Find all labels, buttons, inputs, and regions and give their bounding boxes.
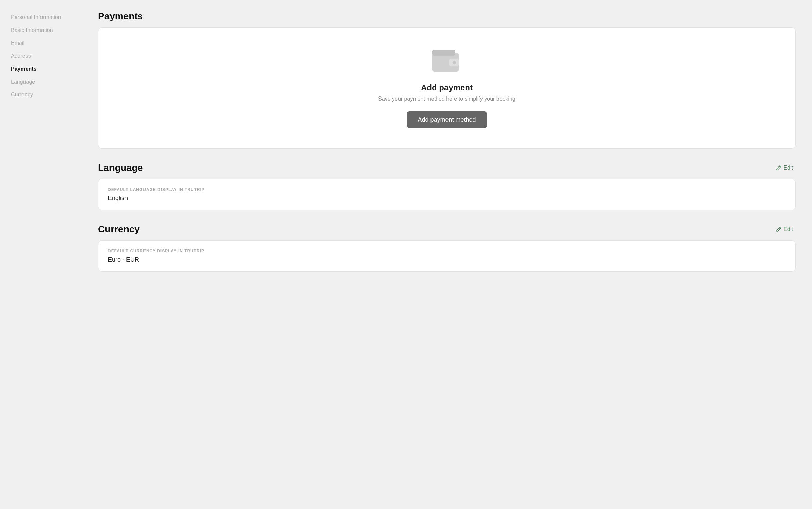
currency-field-value: Euro - EUR — [108, 256, 786, 263]
payments-empty-state: Add payment Save your payment method her… — [98, 28, 795, 148]
wallet-icon-wrapper — [432, 48, 462, 75]
sidebar-item-email[interactable]: Email — [8, 37, 73, 50]
pencil-icon — [776, 227, 781, 232]
svg-point-3 — [453, 61, 456, 64]
pencil-icon — [776, 165, 781, 171]
sidebar-item-language[interactable]: Language — [8, 75, 73, 88]
language-section: Language Edit DEFAULT LANGUAGE DISPLAY I… — [98, 162, 796, 210]
app-layout: Personal Information Basic Information E… — [0, 0, 812, 509]
sidebar: Personal Information Basic Information E… — [0, 0, 82, 509]
currency-info: DEFAULT CURRENCY DISPLAY IN TRUTRIP Euro… — [98, 241, 795, 271]
add-payment-title: Add payment — [421, 83, 473, 92]
language-section-header: Language Edit — [98, 162, 796, 173]
currency-field-label: DEFAULT CURRENCY DISPLAY IN TRUTRIP — [108, 249, 786, 253]
wallet-icon — [432, 48, 462, 73]
currency-title: Currency — [98, 224, 140, 235]
language-field-label: DEFAULT LANGUAGE DISPLAY IN TRUTRIP — [108, 187, 786, 192]
language-info: DEFAULT LANGUAGE DISPLAY IN TRUTRIP Engl… — [98, 179, 795, 210]
svg-rect-1 — [432, 50, 455, 56]
payments-section-header: Payments — [98, 11, 796, 22]
currency-section: Currency Edit DEFAULT CURRENCY DISPLAY I… — [98, 224, 796, 272]
language-card: DEFAULT LANGUAGE DISPLAY IN TRUTRIP Engl… — [98, 179, 796, 210]
add-payment-method-button[interactable]: Add payment method — [407, 111, 487, 128]
main-content: Payments — [82, 0, 812, 509]
sidebar-item-payments[interactable]: Payments — [8, 63, 73, 75]
sidebar-item-basic-information[interactable]: Basic Information — [8, 24, 73, 37]
payments-card: Add payment Save your payment method her… — [98, 27, 796, 149]
sidebar-item-currency[interactable]: Currency — [8, 88, 73, 101]
currency-section-header: Currency Edit — [98, 224, 796, 235]
currency-edit-button[interactable]: Edit — [773, 225, 796, 234]
language-field-value: English — [108, 195, 786, 202]
sidebar-item-address[interactable]: Address — [8, 50, 73, 63]
add-payment-subtitle: Save your payment method here to simplif… — [378, 96, 515, 102]
currency-card: DEFAULT CURRENCY DISPLAY IN TRUTRIP Euro… — [98, 240, 796, 272]
language-edit-button[interactable]: Edit — [773, 163, 796, 172]
payments-section: Payments — [98, 11, 796, 149]
payments-title: Payments — [98, 11, 143, 22]
language-title: Language — [98, 162, 143, 173]
sidebar-item-personal-information[interactable]: Personal Information — [8, 11, 73, 24]
